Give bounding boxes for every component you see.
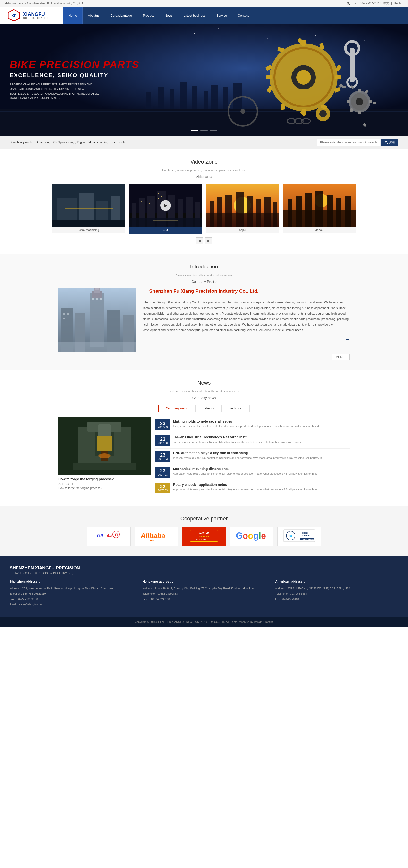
- nav-item-coreadvantage[interactable]: Coreadvantage: [105, 7, 137, 24]
- search-input-wrap: 搜索: [317, 138, 398, 146]
- svg-text:Bai: Bai: [106, 533, 112, 537]
- svg-rect-120: [92, 298, 94, 300]
- video-img-3[interactable]: [206, 184, 279, 227]
- footer-addr-hk-tel: Telephone：00852-23192833: [142, 591, 266, 596]
- video-img-2[interactable]: ▶: [129, 184, 202, 227]
- nav-item-aboutus[interactable]: Aboutus: [82, 7, 105, 24]
- video-label-1: CNC machining: [53, 227, 125, 233]
- news-month-5: 2017-03: [158, 489, 168, 492]
- footer-addr-shenzhen-line1: address：17-1, West Industrial Park, Guan…: [10, 586, 133, 591]
- svg-rect-100: [273, 202, 277, 227]
- news-item-title-5[interactable]: Rotary encoder application notes: [173, 483, 350, 487]
- partner-aianted[interactable]: AIANTED SUPPLIER Made-in-China.com: [182, 527, 226, 546]
- top-bar-right: 📞 Tel：86-755-29529219 中文 | English: [347, 1, 403, 5]
- lang-cn[interactable]: 中文: [383, 1, 389, 5]
- svg-rect-93: [210, 200, 214, 227]
- news-tab-technical[interactable]: Technical: [222, 405, 250, 412]
- svg-rect-104: [287, 199, 293, 227]
- news-item-title-4[interactable]: Mechanical mounting dimensions,: [173, 467, 350, 471]
- news-forging-svg: [58, 417, 150, 475]
- partner-google[interactable]: Google: [230, 527, 273, 546]
- nav-item-news[interactable]: News: [159, 7, 178, 24]
- svg-rect-85: [158, 198, 159, 199]
- video-label-2: sp4: [129, 227, 202, 234]
- lang-en[interactable]: English: [395, 2, 403, 5]
- partner-globalsources[interactable]: 🌐 global sources Verified Supplier: [277, 527, 321, 546]
- company-body: Shenzhen Xiangfu Precision Industry Co.,…: [143, 300, 350, 333]
- company-image: [58, 288, 136, 351]
- partner-baidu[interactable]: 百度 Bai 百: [87, 527, 131, 546]
- video-zone-title: Video Zone: [5, 159, 403, 165]
- video-img-1[interactable]: [53, 184, 125, 227]
- svg-text:百: 百: [115, 533, 118, 537]
- partner-alibaba[interactable]: Alibaba .com: [135, 527, 178, 546]
- news-item-title-2[interactable]: Taiwans Industrial Technology Research I…: [173, 435, 350, 439]
- intro-tagline: A precision parts and high-end jewelry c…: [156, 272, 252, 278]
- news-tabs: Company news Industry Technical: [5, 405, 403, 412]
- hero-dot-2[interactable]: [200, 130, 208, 131]
- svg-text:sources: sources: [302, 534, 310, 537]
- news-main-img: How to forge the forging process? 2017-0…: [58, 417, 150, 496]
- svg-rect-87: [149, 203, 149, 204]
- hero-dots: [191, 130, 217, 131]
- news-date-1: 23 2017-03: [156, 420, 170, 430]
- google-logo: Google: [235, 530, 269, 543]
- svg-rect-121: [96, 298, 98, 300]
- svg-point-41: [240, 109, 245, 114]
- logo-icon: XF: [7, 9, 21, 21]
- nav-item-contact[interactable]: Contact: [232, 7, 254, 24]
- footer-addr-shenzhen-tel: Telephone：86-755-29529219: [10, 591, 133, 596]
- news-main-image-box: [58, 417, 150, 475]
- svg-point-137: [131, 437, 136, 443]
- footer-addr-us-line1: address：305 S. LEMON ，#E276 WALNUT, CA 9…: [275, 586, 398, 591]
- svg-rect-88: [129, 218, 202, 227]
- news-main-desc: How to forge the forging process?: [58, 487, 150, 490]
- video-zone-subtitle: Video area: [5, 175, 403, 179]
- news-item-5: 22 2017-03 Rotary encoder application no…: [156, 480, 350, 496]
- news-item-title-3[interactable]: CNC automation plays a key role in enhan…: [173, 451, 350, 455]
- next-arrow[interactable]: ▶: [205, 237, 212, 244]
- svg-rect-55: [350, 108, 353, 112]
- svg-rect-70: [111, 196, 121, 222]
- logo-text-block: XIANGFU SOPHISTICATED: [23, 11, 49, 20]
- nav-item-home[interactable]: Home: [63, 7, 82, 24]
- copyright-text: Copyright © 2015 SHENZHEN XIANGFU PRECIS…: [135, 620, 273, 623]
- nav-item-service[interactable]: Service: [211, 7, 232, 24]
- footer-dark: SHENZHEN XIANGFU PRECISION SHENZHEN XIAN…: [0, 556, 408, 617]
- nav-item-latestbusiness[interactable]: Latest business: [178, 7, 211, 24]
- news-day-5: 22: [158, 484, 168, 489]
- news-main-label: How to forge the forging process?: [58, 477, 150, 481]
- more-button[interactable]: MORE+: [332, 354, 350, 360]
- globalsources-logo: 🌐 global sources Verified Supplier: [282, 528, 316, 545]
- svg-rect-58: [350, 85, 354, 89]
- news-tab-company[interactable]: Company news: [158, 405, 195, 412]
- nav-item-product[interactable]: Product: [137, 7, 159, 24]
- video-zone-tagline: Excellence, innovation, proactive, conti…: [142, 167, 266, 173]
- footer-brand-sub: SHENZHEN XIANGFU PRECISION INDUSTRY CO.,…: [10, 571, 398, 575]
- hero-dot-1[interactable]: [191, 130, 198, 131]
- globalsources-logo-svg: 🌐 global sources Verified Supplier: [282, 528, 316, 543]
- svg-rect-53: [373, 102, 376, 104]
- search-input[interactable]: [317, 139, 380, 146]
- prev-arrow[interactable]: ◀: [196, 237, 203, 244]
- video-img-4[interactable]: [283, 184, 355, 227]
- logo-sub: SOPHISTICATED: [23, 17, 49, 20]
- news-item-title-1[interactable]: Making molds to note several issues: [173, 420, 350, 423]
- company-text: ⌐ Shenzhen Fu Xiang Precision Industry C…: [143, 288, 350, 351]
- video-play-btn[interactable]: ▶: [160, 200, 171, 211]
- svg-text:Google: Google: [236, 531, 266, 541]
- hero-dot-3[interactable]: [210, 130, 217, 131]
- svg-rect-13: [170, 90, 174, 111]
- svg-rect-109: [336, 198, 341, 227]
- video-zone: Video Zone Excellence, innovation, proac…: [0, 149, 408, 254]
- footer-addr-us-tel: Telephone：323-908-5554: [275, 591, 398, 596]
- news-tab-industry[interactable]: Industry: [195, 405, 222, 412]
- gear-decoration-svg: [218, 29, 388, 131]
- news-item-content-2: Taiwans Industrial Technology Research I…: [173, 435, 350, 444]
- video-grid: CNC machining: [5, 184, 403, 234]
- search-button[interactable]: 搜索: [381, 138, 398, 146]
- news-month-4: 2017-03: [158, 473, 168, 476]
- alibaba-logo-svg: Alibaba .com: [139, 530, 173, 542]
- news-date-3: 23 2017-03: [156, 451, 170, 462]
- intro-header: Introduction A precision parts and high-…: [5, 264, 403, 283]
